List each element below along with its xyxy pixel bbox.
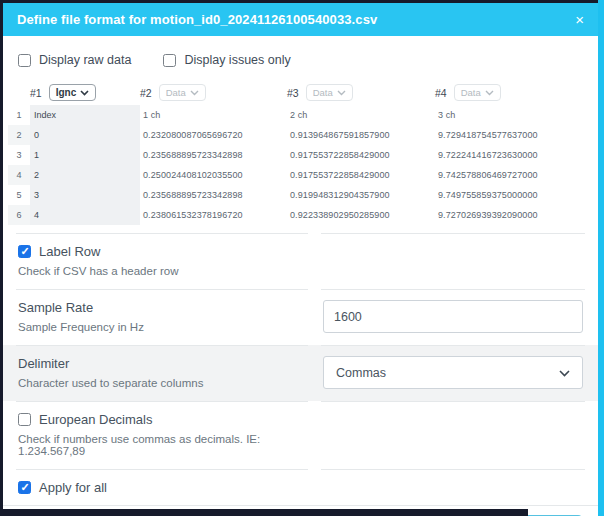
chevron-down-icon xyxy=(559,366,570,380)
table-cell: 9.727026939392090000 xyxy=(435,210,583,220)
table-cell: 0.235688895723342898 xyxy=(140,190,287,200)
row-number: 2 xyxy=(8,125,30,145)
table-cell: 0.235688895723342898 xyxy=(140,150,287,160)
label-row-description: Check if CSV has a header row xyxy=(18,265,308,277)
table-cell: 0.232080087065696720 xyxy=(140,130,287,140)
table-cell: 1 ch xyxy=(140,110,287,120)
table-row: 6 4 0.238061532378196720 0.9223389029502… xyxy=(8,205,583,225)
table-cell: 9.749755859375000000 xyxy=(435,190,583,200)
display-toggles: Display raw data Display issues only xyxy=(3,36,598,77)
display-issues-only-checkbox-group[interactable]: Display issues only xyxy=(163,53,290,67)
modal-header: Define file format for motion_id0_202411… xyxy=(3,3,598,36)
column-3-type-value: Data xyxy=(313,87,333,98)
table-row: 2 0 0.232080087065696720 0.9139648675918… xyxy=(8,125,583,145)
sample-rate-setting: Sample Rate Sample Frequency in Hz xyxy=(3,289,598,345)
column-2-type-select[interactable]: Data xyxy=(159,84,206,101)
table-cell: 2 xyxy=(30,165,140,185)
row-number: 4 xyxy=(8,165,30,185)
delimiter-label: Delimiter xyxy=(18,356,69,371)
label-row-checkbox[interactable] xyxy=(18,245,31,258)
delimiter-setting-band: Delimiter Character used to separate col… xyxy=(3,345,598,401)
display-raw-data-checkbox[interactable] xyxy=(18,54,31,67)
chevron-down-icon xyxy=(337,87,346,98)
column-2-id: #2 xyxy=(140,87,152,99)
table-cell: 1 xyxy=(30,145,140,165)
european-decimals-checkbox[interactable] xyxy=(18,413,31,426)
european-decimals-label: European Decimals xyxy=(39,412,152,427)
column-4-type-value: Data xyxy=(461,87,481,98)
column-4-id: #4 xyxy=(435,87,447,99)
chevron-down-icon xyxy=(80,87,89,98)
table-cell: 0.919948312904357900 xyxy=(287,190,435,200)
row-number: 6 xyxy=(8,205,30,225)
close-icon[interactable]: × xyxy=(575,12,584,27)
delimiter-setting: Delimiter Character used to separate col… xyxy=(3,345,598,401)
table-row: 4 2 0.250024408102035500 0.9175537228584… xyxy=(8,165,583,185)
european-decimals-description: Check if numbers use commas as decimals.… xyxy=(18,433,308,457)
table-cell: 0.917553722858429000 xyxy=(287,170,435,180)
table-cell: 3 xyxy=(30,185,140,205)
table-row: 5 3 0.235688895723342898 0.9199483129043… xyxy=(8,185,583,205)
table-cell: 0.917553722858429000 xyxy=(287,150,435,160)
column-1-type-select[interactable]: Ignc xyxy=(49,84,97,101)
table-cell: 0.250024408102035500 xyxy=(140,170,287,180)
label-row-label: Label Row xyxy=(39,244,100,259)
chevron-down-icon xyxy=(485,87,494,98)
table-cell: 2 ch xyxy=(287,110,435,120)
table-cell: 0.913964867591857900 xyxy=(287,130,435,140)
label-row-setting: Label Row Check if CSV has a header row xyxy=(3,233,598,289)
table-cell: 4 xyxy=(30,205,140,225)
delimiter-selected-value: Commas xyxy=(336,366,386,380)
column-4-type-select[interactable]: Data xyxy=(454,84,501,101)
apply-for-all-label: Apply for all xyxy=(39,480,107,495)
column-3-type-select[interactable]: Data xyxy=(306,84,353,101)
display-raw-data-label: Display raw data xyxy=(39,53,131,67)
sample-rate-input[interactable] xyxy=(323,300,583,333)
column-2-type-value: Data xyxy=(166,87,186,98)
delimiter-select[interactable]: Commas xyxy=(323,356,583,389)
column-type-header-row: #1 Ignc #2 Data #3 Data xyxy=(8,80,583,105)
table-cell: 0 xyxy=(30,125,140,145)
screen: Define file format for motion_id0_202411… xyxy=(0,0,604,516)
backdrop-bottom-edge xyxy=(0,509,528,516)
backdrop-top-edge xyxy=(0,0,598,3)
chevron-down-icon xyxy=(190,87,199,98)
european-decimals-setting: European Decimals Check if numbers use c… xyxy=(3,401,598,469)
column-1-type-value: Ignc xyxy=(56,87,77,98)
column-1-id: #1 xyxy=(30,87,42,99)
table-cell: 9.729418754577637000 xyxy=(435,130,583,140)
display-raw-data-checkbox-group[interactable]: Display raw data xyxy=(18,53,131,67)
table-cell: 9.742578806469727000 xyxy=(435,170,583,180)
format-settings-form: Label Row Check if CSV has a header row … xyxy=(3,233,598,505)
sample-rate-label: Sample Rate xyxy=(18,300,93,315)
row-number: 5 xyxy=(8,185,30,205)
table-row: 3 1 0.235688895723342898 0.9175537228584… xyxy=(8,145,583,165)
column-3-id: #3 xyxy=(287,87,299,99)
table-cell: 3 ch xyxy=(435,110,583,120)
delimiter-description: Character used to separate columns xyxy=(18,377,308,389)
table-cell: Index xyxy=(30,105,140,125)
table-cell: 0.238061532378196720 xyxy=(140,210,287,220)
sample-rate-description: Sample Frequency in Hz xyxy=(18,321,308,333)
table-cell: 9.722241416723630000 xyxy=(435,150,583,160)
backdrop-left-edge xyxy=(0,0,3,516)
csv-preview-table: #1 Ignc #2 Data #3 Data xyxy=(8,80,583,225)
modal-title: Define file format for motion_id0_202411… xyxy=(17,12,377,27)
table-row: 1 Index 1 ch 2 ch 3 ch xyxy=(8,105,583,125)
display-issues-only-checkbox[interactable] xyxy=(163,54,176,67)
table-cell: 0.922338902950285900 xyxy=(287,210,435,220)
row-number: 1 xyxy=(8,105,30,125)
right-edge-accent-bar xyxy=(598,0,604,516)
define-file-format-modal: Define file format for motion_id0_202411… xyxy=(3,3,598,509)
row-number: 3 xyxy=(8,145,30,165)
apply-for-all-setting: Apply for all xyxy=(3,469,598,505)
apply-for-all-checkbox[interactable] xyxy=(18,481,31,494)
display-issues-only-label: Display issues only xyxy=(184,53,290,67)
